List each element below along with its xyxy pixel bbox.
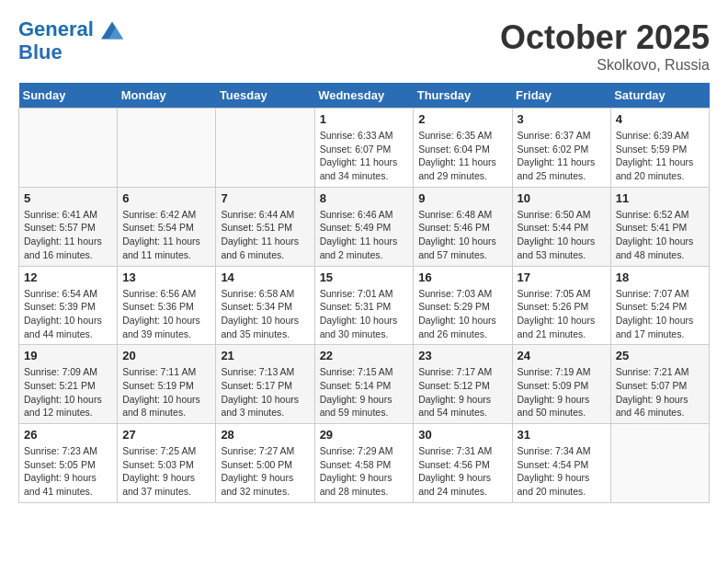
day-info: Sunrise: 7:19 AM Sunset: 5:09 PM Dayligh… xyxy=(518,365,606,419)
day-info: Sunrise: 6:35 AM Sunset: 6:04 PM Dayligh… xyxy=(418,129,506,183)
day-cell: 4Sunrise: 6:39 AM Sunset: 5:59 PM Daylig… xyxy=(610,109,709,188)
day-number: 25 xyxy=(616,349,704,362)
day-info: Sunrise: 7:25 AM Sunset: 5:03 PM Dayligh… xyxy=(122,444,210,499)
day-cell: 30Sunrise: 7:31 AM Sunset: 4:56 PM Dayli… xyxy=(414,424,512,503)
logo-icon xyxy=(101,19,123,41)
day-number: 4 xyxy=(616,112,704,126)
day-number: 28 xyxy=(221,428,309,442)
day-number: 13 xyxy=(122,270,210,284)
logo-text: General xyxy=(18,18,123,41)
day-cell: 24Sunrise: 7:19 AM Sunset: 5:09 PM Dayli… xyxy=(512,345,610,424)
day-number: 1 xyxy=(320,112,409,126)
day-number: 5 xyxy=(24,191,112,205)
day-info: Sunrise: 6:46 AM Sunset: 5:49 PM Dayligh… xyxy=(320,208,409,262)
header-row: SundayMondayTuesdayWednesdayThursdayFrid… xyxy=(19,83,710,109)
day-number: 23 xyxy=(418,349,506,362)
month-title: October 2025 xyxy=(500,18,710,57)
location-subtitle: Skolkovo, Russia xyxy=(500,57,710,74)
page-header: General Blue October 2025 Skolkovo, Russ… xyxy=(18,18,710,74)
day-info: Sunrise: 6:42 AM Sunset: 5:54 PM Dayligh… xyxy=(122,208,210,262)
day-cell: 11Sunrise: 6:52 AM Sunset: 5:41 PM Dayli… xyxy=(610,187,709,266)
day-info: Sunrise: 7:21 AM Sunset: 5:07 PM Dayligh… xyxy=(616,365,704,419)
day-info: Sunrise: 6:48 AM Sunset: 5:46 PM Dayligh… xyxy=(418,208,506,262)
day-number: 19 xyxy=(24,349,112,362)
day-info: Sunrise: 7:01 AM Sunset: 5:31 PM Dayligh… xyxy=(320,287,409,341)
week-row-3: 12Sunrise: 6:54 AM Sunset: 5:39 PM Dayli… xyxy=(19,266,710,345)
day-cell: 8Sunrise: 6:46 AM Sunset: 5:49 PM Daylig… xyxy=(314,187,414,266)
day-cell: 19Sunrise: 7:09 AM Sunset: 5:21 PM Dayli… xyxy=(19,345,118,424)
day-number: 26 xyxy=(24,428,112,442)
title-block: October 2025 Skolkovo, Russia xyxy=(500,18,710,74)
day-number: 2 xyxy=(418,112,506,126)
day-number: 22 xyxy=(320,349,409,362)
day-info: Sunrise: 6:37 AM Sunset: 6:02 PM Dayligh… xyxy=(518,129,606,183)
day-cell: 13Sunrise: 6:56 AM Sunset: 5:36 PM Dayli… xyxy=(118,266,216,345)
day-cell: 5Sunrise: 6:41 AM Sunset: 5:57 PM Daylig… xyxy=(19,187,118,266)
day-number: 31 xyxy=(518,428,606,442)
col-header-saturday: Saturday xyxy=(610,83,709,109)
col-header-thursday: Thursday xyxy=(414,83,512,109)
day-cell: 18Sunrise: 7:07 AM Sunset: 5:24 PM Dayli… xyxy=(610,266,709,345)
day-info: Sunrise: 6:58 AM Sunset: 5:34 PM Dayligh… xyxy=(221,287,309,341)
day-cell: 28Sunrise: 7:27 AM Sunset: 5:00 PM Dayli… xyxy=(216,424,314,503)
logo-blue: Blue xyxy=(18,41,123,63)
day-info: Sunrise: 7:31 AM Sunset: 4:56 PM Dayligh… xyxy=(418,444,506,499)
logo: General Blue xyxy=(18,18,123,63)
day-cell: 22Sunrise: 7:15 AM Sunset: 5:14 PM Dayli… xyxy=(314,345,414,424)
col-header-sunday: Sunday xyxy=(19,83,118,109)
day-number: 6 xyxy=(122,191,210,205)
day-info: Sunrise: 7:03 AM Sunset: 5:29 PM Dayligh… xyxy=(418,287,506,341)
day-info: Sunrise: 7:29 AM Sunset: 4:58 PM Dayligh… xyxy=(320,444,409,499)
day-cell: 29Sunrise: 7:29 AM Sunset: 4:58 PM Dayli… xyxy=(314,424,414,503)
day-cell: 10Sunrise: 6:50 AM Sunset: 5:44 PM Dayli… xyxy=(512,187,610,266)
day-info: Sunrise: 7:13 AM Sunset: 5:17 PM Dayligh… xyxy=(221,365,309,419)
calendar-table: SundayMondayTuesdayWednesdayThursdayFrid… xyxy=(18,83,710,503)
day-cell xyxy=(610,424,709,503)
day-info: Sunrise: 6:41 AM Sunset: 5:57 PM Dayligh… xyxy=(24,208,112,262)
day-cell: 17Sunrise: 7:05 AM Sunset: 5:26 PM Dayli… xyxy=(512,266,610,345)
day-number: 8 xyxy=(320,191,409,205)
day-number: 14 xyxy=(221,270,309,284)
day-number: 20 xyxy=(122,349,210,362)
day-cell: 1Sunrise: 6:33 AM Sunset: 6:07 PM Daylig… xyxy=(314,109,414,188)
day-cell: 16Sunrise: 7:03 AM Sunset: 5:29 PM Dayli… xyxy=(414,266,512,345)
day-cell xyxy=(19,109,118,188)
day-cell: 25Sunrise: 7:21 AM Sunset: 5:07 PM Dayli… xyxy=(610,345,709,424)
day-number: 12 xyxy=(24,270,112,284)
day-cell: 15Sunrise: 7:01 AM Sunset: 5:31 PM Dayli… xyxy=(314,266,414,345)
day-cell xyxy=(216,109,314,188)
day-number: 29 xyxy=(320,428,409,442)
day-cell: 7Sunrise: 6:44 AM Sunset: 5:51 PM Daylig… xyxy=(216,187,314,266)
day-cell: 27Sunrise: 7:25 AM Sunset: 5:03 PM Dayli… xyxy=(118,424,216,503)
day-cell: 12Sunrise: 6:54 AM Sunset: 5:39 PM Dayli… xyxy=(19,266,118,345)
col-header-friday: Friday xyxy=(512,83,610,109)
week-row-5: 26Sunrise: 7:23 AM Sunset: 5:05 PM Dayli… xyxy=(19,424,710,503)
day-info: Sunrise: 7:05 AM Sunset: 5:26 PM Dayligh… xyxy=(518,287,606,341)
day-number: 15 xyxy=(320,270,409,284)
day-info: Sunrise: 6:50 AM Sunset: 5:44 PM Dayligh… xyxy=(518,208,606,262)
day-number: 27 xyxy=(122,428,210,442)
day-info: Sunrise: 7:17 AM Sunset: 5:12 PM Dayligh… xyxy=(418,365,506,419)
day-number: 21 xyxy=(221,349,309,362)
week-row-2: 5Sunrise: 6:41 AM Sunset: 5:57 PM Daylig… xyxy=(19,187,710,266)
day-info: Sunrise: 6:39 AM Sunset: 5:59 PM Dayligh… xyxy=(616,129,704,183)
day-number: 18 xyxy=(616,270,704,284)
day-info: Sunrise: 6:54 AM Sunset: 5:39 PM Dayligh… xyxy=(24,287,112,341)
day-info: Sunrise: 6:44 AM Sunset: 5:51 PM Dayligh… xyxy=(221,208,309,262)
day-info: Sunrise: 6:33 AM Sunset: 6:07 PM Dayligh… xyxy=(320,129,409,183)
day-cell: 2Sunrise: 6:35 AM Sunset: 6:04 PM Daylig… xyxy=(414,109,512,188)
day-info: Sunrise: 7:07 AM Sunset: 5:24 PM Dayligh… xyxy=(616,287,704,341)
day-number: 3 xyxy=(518,112,606,126)
day-info: Sunrise: 7:09 AM Sunset: 5:21 PM Dayligh… xyxy=(24,365,112,419)
day-cell: 26Sunrise: 7:23 AM Sunset: 5:05 PM Dayli… xyxy=(19,424,118,503)
day-cell: 6Sunrise: 6:42 AM Sunset: 5:54 PM Daylig… xyxy=(118,187,216,266)
day-info: Sunrise: 7:34 AM Sunset: 4:54 PM Dayligh… xyxy=(518,444,606,499)
day-info: Sunrise: 7:11 AM Sunset: 5:19 PM Dayligh… xyxy=(122,365,210,419)
day-cell: 20Sunrise: 7:11 AM Sunset: 5:19 PM Dayli… xyxy=(118,345,216,424)
day-number: 10 xyxy=(518,191,606,205)
day-info: Sunrise: 6:56 AM Sunset: 5:36 PM Dayligh… xyxy=(122,287,210,341)
week-row-4: 19Sunrise: 7:09 AM Sunset: 5:21 PM Dayli… xyxy=(19,345,710,424)
day-info: Sunrise: 7:15 AM Sunset: 5:14 PM Dayligh… xyxy=(320,365,409,419)
day-info: Sunrise: 7:23 AM Sunset: 5:05 PM Dayligh… xyxy=(24,444,112,499)
day-number: 16 xyxy=(418,270,506,284)
